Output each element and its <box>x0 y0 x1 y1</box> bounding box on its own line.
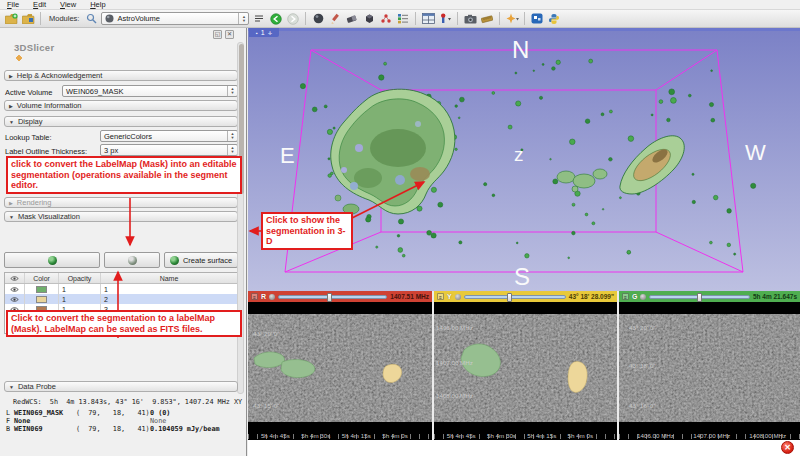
orientation-label-n: N <box>512 36 529 64</box>
section-volume-information[interactable]: ▶Volume Information <box>4 100 238 111</box>
section-mask-visualization[interactable]: ▼Mask Visualization <box>4 211 238 222</box>
module-back-icon[interactable] <box>269 12 283 25</box>
slice-yellow-content[interactable]: 1406.00 MHz 1407.00 MHz 1408.00 MHz 5h 4… <box>434 302 617 440</box>
lookup-table-selector[interactable]: GenericColors ▲▼ <box>100 130 238 142</box>
module-forward-icon[interactable] <box>286 12 300 25</box>
menu-file[interactable]: File <box>0 0 26 10</box>
extensions-manager-icon[interactable] <box>530 12 544 25</box>
eye-icon[interactable] <box>10 296 19 303</box>
slice-yellow-menu-icon[interactable]: ≡ <box>437 293 444 300</box>
load-data-icon[interactable] <box>4 12 18 25</box>
slice-yellow-letter: Y <box>447 293 452 300</box>
galaxy-blob-right <box>620 136 684 194</box>
module-history-icon[interactable] <box>252 12 266 25</box>
slice-yellow-pin-icon[interactable] <box>455 294 461 300</box>
color-swatch[interactable] <box>36 296 47 303</box>
section-rendering[interactable]: ▶Rendering <box>4 197 238 208</box>
markups-pencil-icon[interactable] <box>328 12 342 25</box>
orientation-label-s: S <box>514 263 530 291</box>
python-console-icon[interactable] <box>547 12 561 25</box>
subject-hierarchy-icon[interactable] <box>396 12 410 25</box>
probe-line-background: B WEIN069 ( 79, 18, 41) 0.104059 mJy/bea… <box>6 425 220 433</box>
annotation-show-3d: Click to show the segmentation in 3-D <box>261 212 353 250</box>
table-row-selected[interactable]: 1 2 <box>5 294 237 304</box>
layout-selector-icon[interactable] <box>421 12 435 25</box>
visibility-column-icon <box>10 275 19 282</box>
bottom-strip: ✕ <box>248 440 800 456</box>
slice-red-letter: R <box>261 293 266 300</box>
slice-red-content[interactable]: 43° 20' 0" 43° 15' 0" 5h 4m 45s 5h 4m 30… <box>248 302 432 440</box>
slicer-app: File Edit View Help Modules: AstroVolume… <box>0 0 800 456</box>
slice-green-header: ≡ G 5h 4m 21.647s <box>619 291 800 302</box>
label-outline-thickness-spinbox[interactable]: 3 px ▲▼ <box>100 144 238 156</box>
eraser-icon[interactable] <box>345 12 359 25</box>
galaxy-blob-center <box>557 169 607 192</box>
menu-help[interactable]: Help <box>83 0 112 10</box>
module-selector[interactable]: AstroVolume ▲▼ <box>101 12 249 25</box>
menu-edit[interactable]: Edit <box>26 0 53 10</box>
module-panel: ◱ ✕ 3DSlicer ▶Help & Acknowledgement Act… <box>0 28 247 456</box>
screenshot-camera-icon[interactable] <box>463 12 477 25</box>
error-notification-icon[interactable]: ✕ <box>781 441 794 454</box>
panel-undock-icon[interactable]: ◱ <box>213 30 222 39</box>
labelmap-to-segmentation-icon <box>48 256 57 265</box>
slice-yellow-axis-ticks <box>434 434 617 439</box>
annotation-labelmap-to-seg: click to convert the LabelMap (Mask) int… <box>6 156 242 194</box>
module-selector-arrows[interactable]: ▲▼ <box>238 13 248 24</box>
probe-line-foreground: F None None <box>6 417 166 425</box>
orientation-label-w: W <box>745 140 766 166</box>
lookup-table-label: Lookup Table: <box>5 133 52 142</box>
favorites-star-icon[interactable] <box>505 12 519 25</box>
active-volume-selector[interactable]: WEIN069_MASK ▲▼ <box>62 85 238 97</box>
slice-green-content[interactable]: 43° 20' 0" 43° 18' 0" 43° 16' 0" 1406.00… <box>619 302 800 440</box>
active-volume-label: Active Volume <box>5 88 53 97</box>
color-swatch[interactable] <box>36 286 47 293</box>
create-surface-button[interactable]: Create surface <box>164 252 238 268</box>
eye-icon[interactable] <box>10 286 19 293</box>
module-home-icon[interactable] <box>311 12 325 25</box>
panel-scrollbar[interactable] <box>237 42 244 394</box>
view3d-tab[interactable]: ▪1✛ <box>249 28 279 37</box>
module-selector-value: AstroVolume <box>117 14 235 23</box>
modules-label: Modules: <box>49 14 79 23</box>
slice-green-axis-ticks <box>619 434 800 439</box>
slice-view-red[interactable]: ≡ R 1407.51 MHz 43° 20' 0" 43° 15' 0" 5h… <box>248 291 432 440</box>
module-search-icon[interactable] <box>84 12 98 25</box>
module-icon <box>105 14 114 23</box>
slice-view-green[interactable]: ≡ G 5h 4m 21.647s 43° 20' 0" 43° 18' 0" … <box>619 291 800 440</box>
slicer-logo: 3DSlicer <box>8 42 54 53</box>
mask-table-header: Color Opacity Name <box>5 273 237 284</box>
slice-green-pin-icon[interactable] <box>640 294 646 300</box>
slice-red-slider[interactable] <box>278 295 387 299</box>
labelmap-to-segmentation-button[interactable] <box>4 252 100 268</box>
slice-red-menu-icon[interactable]: ≡ <box>251 293 258 300</box>
panel-close-icon[interactable]: ✕ <box>225 30 234 39</box>
threed-view[interactable]: N E z W S ▪1✛ <box>248 28 800 291</box>
slice-yellow-overlays <box>434 302 617 440</box>
slice-green-menu-icon[interactable]: ≡ <box>622 293 629 300</box>
slice-green-slider[interactable] <box>649 295 749 299</box>
slice-green-letter: G <box>632 293 637 300</box>
slice-red-header: ≡ R 1407.51 MHz <box>248 291 432 302</box>
section-help-acknowledgement[interactable]: ▶Help & Acknowledgement <box>4 70 238 81</box>
galaxy-blob-main <box>331 89 455 214</box>
section-data-probe[interactable]: ▼Data Probe <box>4 381 238 392</box>
label-outline-thickness-label: Label Outline Thickness: <box>5 147 87 156</box>
menu-view[interactable]: View <box>53 0 83 10</box>
network-nodes-icon[interactable] <box>379 12 393 25</box>
menubar: File Edit View Help <box>0 0 800 10</box>
orientation-label-e: E <box>280 143 295 169</box>
section-display[interactable]: ▼Display <box>4 116 238 127</box>
slice-view-yellow[interactable]: ≡ Y 43° 18' 28.099" 1406.00 MHz 1407.00 … <box>434 291 617 440</box>
crosshair-marker-icon[interactable] <box>438 12 452 25</box>
slice-red-pin-icon[interactable] <box>269 294 275 300</box>
cube-icon[interactable] <box>362 12 376 25</box>
slice-yellow-slider[interactable] <box>464 295 566 299</box>
probe-line-labelmap: L WEIN069_MASK ( 79, 18, 41) 0 (0) <box>6 409 170 417</box>
slice-red-offset-value: 1407.51 MHz <box>390 293 429 300</box>
segmentation-to-labelmap-button[interactable] <box>104 252 160 268</box>
annotation-ruler-icon[interactable] <box>480 12 494 25</box>
slice-red-axis-ticks <box>248 434 432 439</box>
table-row[interactable]: 1 1 <box>5 284 237 294</box>
save-data-icon[interactable] <box>21 12 35 25</box>
